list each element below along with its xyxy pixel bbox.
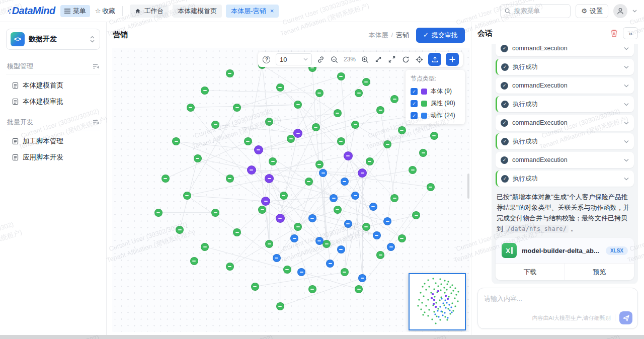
graph-node-attribute[interactable] — [276, 83, 284, 92]
menu-search[interactable] — [500, 4, 571, 18]
graph-node-attribute[interactable] — [341, 268, 349, 276]
fit-view-icon[interactable] — [374, 55, 383, 64]
sidebar-item-加工脚本管理[interactable]: 加工脚本管理 — [6, 133, 100, 149]
graph-node-attribute[interactable] — [362, 223, 370, 231]
graph-node-attribute[interactable] — [265, 240, 273, 248]
graph-node-action[interactable] — [344, 220, 352, 228]
send-button[interactable] — [619, 311, 632, 324]
graph-node-attribute[interactable] — [337, 137, 345, 145]
graph-node-attribute[interactable] — [226, 175, 234, 183]
graph-node-attribute[interactable] — [251, 283, 259, 291]
graph-node-attribute[interactable] — [427, 183, 435, 191]
graph-node-attribute[interactable] — [334, 206, 342, 214]
tab-本体层-营销[interactable]: 本体层-营销× — [226, 5, 279, 18]
chevron-down-icon[interactable] — [624, 84, 629, 88]
graph-node-attribute[interactable] — [351, 121, 359, 129]
locate-icon[interactable] — [415, 55, 424, 64]
graph-node-attribute[interactable] — [355, 89, 363, 97]
graph-node-attribute[interactable] — [154, 209, 163, 217]
graph-node-attribute[interactable] — [162, 175, 170, 183]
conversation-scroll-area[interactable]: ✓commandExecution✓执行成功✓commandExecution✓… — [471, 44, 644, 284]
chevron-down-icon[interactable] — [624, 158, 629, 162]
graph-node-attribute[interactable] — [366, 157, 374, 165]
graph-node-attribute[interactable] — [265, 118, 273, 126]
graph-node-attribute[interactable] — [355, 285, 363, 293]
user-avatar[interactable] — [613, 4, 627, 18]
graph-node-action[interactable] — [358, 274, 366, 282]
graph-node-ontology[interactable] — [254, 145, 263, 154]
graph-node-attribute[interactable] — [211, 209, 219, 217]
execution-card[interactable]: ✓commandExecution — [496, 115, 634, 131]
main-scrollbar-thumb[interactable] — [467, 174, 469, 199]
tab-close-icon[interactable]: × — [270, 7, 274, 15]
graph-node-ontology[interactable] — [247, 165, 256, 175]
graph-node-ontology[interactable] — [265, 174, 274, 183]
graph-node-attribute[interactable] — [383, 140, 391, 148]
avatar-chevron-icon[interactable] — [632, 10, 637, 13]
graph-node-action[interactable] — [387, 243, 395, 251]
sidebar-item-本体建模审批[interactable]: 本体建模审批 — [6, 94, 100, 110]
graph-node-action[interactable] — [373, 231, 381, 239]
graph-node-attribute[interactable] — [362, 78, 370, 86]
graph-node-attribute[interactable] — [176, 226, 184, 234]
execution-card[interactable]: ✓执行成功 — [496, 133, 634, 149]
settings-button[interactable]: ⚙ 设置 — [576, 4, 608, 18]
graph-node-attribute[interactable] — [287, 135, 295, 143]
chevron-down-icon[interactable] — [624, 121, 629, 125]
collapse-lines-icon[interactable] — [93, 120, 99, 125]
breadcrumb-parent[interactable]: 本体层 — [368, 31, 388, 40]
graph-node-attribute[interactable] — [283, 266, 291, 274]
legend-row-属性 (90)[interactable]: ✓属性 (90) — [411, 99, 460, 108]
graph-node-attribute[interactable] — [398, 234, 406, 242]
graph-node-ontology[interactable] — [261, 197, 270, 206]
graph-node-attribute[interactable] — [409, 166, 417, 174]
graph-node-attribute[interactable] — [201, 243, 209, 251]
help-icon[interactable]: ? — [262, 55, 271, 64]
add-node-button[interactable] — [446, 53, 459, 66]
graph-node-attribute[interactable] — [269, 157, 277, 165]
graph-node-attribute[interactable] — [233, 228, 241, 236]
graph-node-ontology[interactable] — [276, 214, 285, 223]
chevron-down-icon[interactable] — [624, 103, 629, 106]
zoom-in-icon[interactable] — [360, 55, 369, 64]
graph-node-attribute[interactable] — [226, 69, 234, 77]
sidebar-item-应用脚本开发[interactable]: 应用脚本开发 — [6, 149, 100, 165]
collapse-panel-button[interactable]: » — [623, 27, 638, 39]
collapse-lines-icon[interactable] — [93, 64, 99, 69]
graph-node-attribute[interactable] — [305, 178, 313, 186]
graph-node-action[interactable] — [369, 203, 377, 211]
graph-node-attribute[interactable] — [211, 121, 219, 129]
submit-approval-button[interactable]: ✓ 提交审批 — [416, 28, 465, 43]
sidebar-item-本体建模首页[interactable]: 本体建模首页 — [6, 77, 100, 94]
execution-card[interactable]: ✓执行成功 — [496, 171, 634, 187]
preview-button[interactable]: 预览 — [565, 264, 634, 280]
graph-node-action[interactable] — [383, 217, 391, 225]
refresh-icon[interactable] — [401, 55, 410, 64]
graph-node-attribute[interactable] — [376, 106, 384, 114]
graph-node-attribute[interactable] — [280, 192, 288, 200]
node-count-select[interactable]: 10 — [276, 53, 312, 65]
download-button[interactable]: 下载 — [496, 264, 565, 280]
graph-node-attribute[interactable] — [294, 101, 302, 109]
graph-canvas[interactable]: ? 10 23% 节点类型: ✓本体 (9)✓属性 (90)✓动作 (24) — [112, 48, 470, 332]
execution-card[interactable]: ✓执行成功 — [496, 59, 634, 75]
graph-node-attribute[interactable] — [201, 87, 209, 95]
graph-node-action[interactable] — [341, 178, 349, 186]
graph-node-action[interactable] — [297, 268, 305, 276]
favorites-button[interactable]: ☆ 收藏 — [95, 7, 116, 16]
graph-node-attribute[interactable] — [390, 95, 398, 103]
graph-node-attribute[interactable] — [244, 137, 252, 145]
execution-card[interactable]: ✓执行成功 — [496, 96, 634, 112]
graph-node-action[interactable] — [290, 234, 298, 242]
graph-node-attribute[interactable] — [190, 257, 198, 265]
fullscreen-icon[interactable] — [387, 55, 396, 64]
chevron-down-icon[interactable] — [624, 47, 629, 50]
graph-node-attribute[interactable] — [194, 154, 202, 162]
chevron-down-icon[interactable] — [624, 177, 629, 181]
graph-node-attribute[interactable] — [187, 104, 195, 112]
graph-node-attribute[interactable] — [312, 123, 320, 131]
graph-node-attribute[interactable] — [294, 223, 302, 231]
graph-node-attribute[interactable] — [308, 285, 316, 293]
graph-node-attribute[interactable] — [315, 160, 324, 168]
graph-node-attribute[interactable] — [172, 137, 180, 145]
